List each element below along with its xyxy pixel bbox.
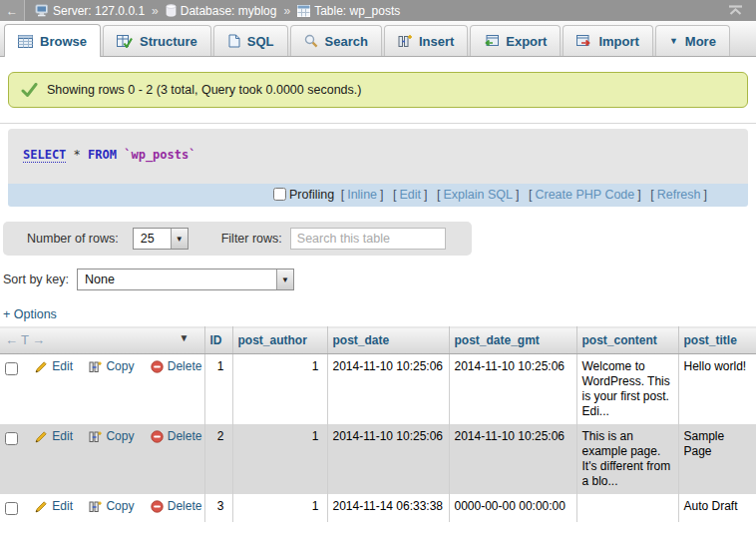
tab-export[interactable]: Export	[470, 25, 561, 56]
sort-row: Sort by key: None ▼	[3, 269, 756, 290]
refresh-link[interactable]: Refresh	[657, 188, 701, 202]
tab-sql-label: SQL	[247, 34, 274, 49]
breadcrumb-table[interactable]: Table: wp_posts	[297, 4, 400, 18]
query-section: SELECT * FROM `wp_posts` Profiling [Inli…	[0, 123, 756, 207]
cell-post-content: Welcome to WordPress. This is your first…	[576, 354, 678, 425]
tab-insert[interactable]: Insert	[384, 25, 468, 56]
tab-more[interactable]: ▼ More	[655, 25, 730, 56]
bracket: [	[341, 188, 344, 202]
inline-link[interactable]: Inline	[347, 188, 377, 202]
results-table: ←T→ ▼ ID post_author post_date post_date…	[0, 326, 756, 522]
table-row: Edit Copy Delete 1 1 2014-11-10 10:25:06…	[0, 354, 756, 425]
tab-import[interactable]: Import	[563, 25, 652, 56]
edit-label: Edit	[52, 499, 73, 514]
delete-row-link[interactable]: Delete	[151, 359, 202, 374]
column-header-post-content[interactable]: post_content	[576, 327, 678, 354]
cell-id: 2	[204, 424, 232, 494]
column-header-post-date-gmt[interactable]: post_date_gmt	[449, 327, 576, 354]
sql-keyword-select: SELECT	[23, 148, 66, 162]
table-row: Edit Copy Delete 3 1 2014-11-14 06:33:38…	[0, 494, 756, 522]
options-toggle-link[interactable]: + Options	[3, 307, 57, 321]
breadcrumb-separator: »	[283, 4, 290, 18]
sql-table-ref: `wp_posts`	[124, 148, 195, 162]
bracket: [	[437, 188, 440, 202]
rows-toolbar: Number of rows: 25 ▼ Filter rows:	[3, 222, 472, 256]
collapse-topbar-button[interactable]	[727, 5, 744, 16]
column-header-post-title[interactable]: post_title	[678, 327, 756, 354]
server-icon	[35, 4, 49, 17]
search-icon	[304, 34, 318, 48]
breadcrumb-database-label: Database: myblog	[181, 4, 277, 18]
collapse-icon	[727, 5, 744, 16]
table-header-row: ←T→ ▼ ID post_author post_date post_date…	[0, 327, 756, 354]
tab-structure[interactable]: Structure	[103, 25, 211, 56]
edit-query-link[interactable]: Edit	[400, 188, 422, 202]
sql-icon	[227, 34, 240, 48]
cell-post-content: This is an example page. It's different …	[576, 424, 678, 494]
table-row: Edit Copy Delete 2 1 2014-11-10 10:25:06…	[0, 424, 756, 494]
cell-post-author: 1	[232, 354, 327, 425]
sort-by-key-select[interactable]: None ▼	[77, 269, 294, 290]
sql-star: *	[74, 148, 81, 162]
copy-icon	[89, 500, 102, 513]
structure-icon	[117, 35, 133, 48]
number-of-rows-value: 25	[134, 229, 171, 249]
profiling-checkbox[interactable]	[273, 188, 286, 201]
number-of-rows-select[interactable]: 25 ▼	[133, 228, 189, 250]
row-checkbox[interactable]	[5, 432, 18, 445]
cell-post-author: 1	[232, 494, 327, 522]
delete-row-link[interactable]: Delete	[151, 499, 202, 514]
back-button[interactable]: ←	[0, 0, 25, 21]
browse-icon	[18, 35, 33, 48]
row-actions: Edit Copy Delete	[0, 354, 204, 425]
copy-row-link[interactable]: Copy	[89, 429, 134, 444]
copy-row-link[interactable]: Copy	[89, 499, 134, 514]
edit-label: Edit	[52, 429, 73, 444]
row-checkbox[interactable]	[5, 502, 18, 515]
copy-row-link[interactable]: Copy	[89, 359, 134, 374]
cell-post-title: Sample Page	[678, 424, 756, 494]
column-header-post-author[interactable]: post_author	[232, 327, 327, 354]
breadcrumb-database[interactable]: Database: myblog	[166, 4, 277, 18]
cell-post-date: 2014-11-10 10:25:06	[327, 354, 449, 425]
delete-row-link[interactable]: Delete	[151, 429, 202, 444]
row-checkbox[interactable]	[5, 362, 18, 375]
cell-post-date: 2014-11-14 06:33:38	[327, 494, 449, 522]
cell-post-content	[576, 494, 678, 522]
bracket: ]	[516, 188, 519, 202]
column-header-post-date[interactable]: post_date	[327, 327, 449, 354]
sql-keyword-from: FROM	[88, 148, 117, 162]
table-icon	[297, 5, 310, 17]
profiling-label: Profiling	[289, 188, 334, 202]
column-header-id[interactable]: ID	[204, 327, 232, 354]
dropdown-caret-icon: ▼	[171, 229, 188, 249]
tab-sql[interactable]: SQL	[213, 25, 288, 56]
tab-browse[interactable]: Browse	[4, 24, 101, 57]
breadcrumb-server[interactable]: Server: 127.0.0.1	[35, 4, 145, 18]
actions-header: ←T→ ▼	[0, 327, 204, 354]
cell-post-title: Hello world!	[678, 354, 756, 425]
edit-row-link[interactable]: Edit	[35, 429, 73, 444]
bracket: [	[529, 188, 532, 202]
tab-search[interactable]: Search	[290, 25, 382, 56]
cell-post-author: 1	[232, 424, 327, 494]
create-php-code-link[interactable]: Create PHP Code	[535, 188, 634, 202]
tab-search-label: Search	[325, 34, 368, 49]
bracket: [	[393, 188, 396, 202]
bracket: [	[650, 188, 653, 202]
copy-icon	[89, 360, 102, 373]
edit-label: Edit	[52, 359, 73, 374]
explain-sql-link[interactable]: Explain SQL	[444, 188, 513, 202]
delete-icon	[151, 360, 164, 373]
transpose-control[interactable]: ←T→	[5, 332, 48, 347]
delete-icon	[151, 500, 164, 513]
actions-caret-icon[interactable]: ▼	[180, 332, 189, 343]
sql-query-display: SELECT * FROM `wp_posts`	[8, 129, 748, 184]
bracket: ]	[380, 188, 383, 202]
filter-rows-input[interactable]	[290, 228, 446, 250]
pencil-icon	[35, 360, 48, 373]
export-icon	[484, 35, 499, 48]
edit-row-link[interactable]: Edit	[35, 359, 73, 374]
edit-row-link[interactable]: Edit	[35, 499, 73, 514]
filter-rows-label: Filter rows:	[221, 232, 282, 246]
